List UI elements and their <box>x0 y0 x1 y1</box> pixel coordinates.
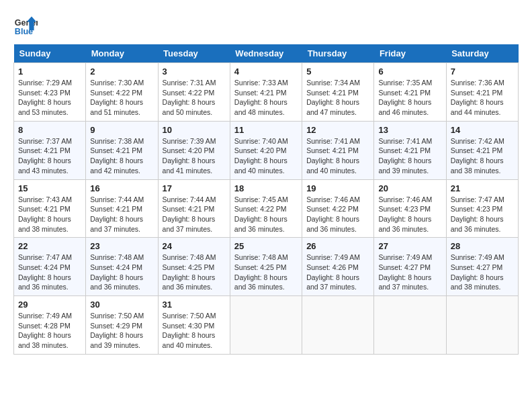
cell-info: Sunrise: 7:44 AM Sunset: 4:21 PM Dayligh… <box>90 195 153 234</box>
cell-info: Sunrise: 7:33 AM Sunset: 4:21 PM Dayligh… <box>234 78 298 118</box>
calendar-cell: 6 Sunrise: 7:35 AM Sunset: 4:21 PM Dayli… <box>374 63 446 122</box>
calendar-cell <box>230 296 302 355</box>
calendar-cell: 23 Sunrise: 7:48 AM Sunset: 4:24 PM Dayl… <box>86 238 158 296</box>
day-number: 19 <box>306 183 369 193</box>
calendar-cell: 9 Sunrise: 7:38 AM Sunset: 4:21 PM Dayli… <box>86 121 158 179</box>
calendar-cell: 21 Sunrise: 7:47 AM Sunset: 4:23 PM Dayl… <box>446 179 518 238</box>
day-number: 31 <box>163 300 226 310</box>
header-wednesday: Wednesday <box>230 44 302 63</box>
calendar-cell <box>446 296 518 355</box>
cell-info: Sunrise: 7:41 AM Sunset: 4:21 PM Dayligh… <box>306 136 369 176</box>
day-number: 20 <box>378 183 441 193</box>
cell-info: Sunrise: 7:42 AM Sunset: 4:21 PM Dayligh… <box>451 136 514 176</box>
cell-info: Sunrise: 7:48 AM Sunset: 4:25 PM Dayligh… <box>163 253 226 292</box>
day-number: 16 <box>90 183 153 193</box>
calendar-cell: 12 Sunrise: 7:41 AM Sunset: 4:21 PM Dayl… <box>302 121 374 179</box>
header-tuesday: Tuesday <box>158 44 230 63</box>
cell-info: Sunrise: 7:34 AM Sunset: 4:21 PM Dayligh… <box>306 78 369 118</box>
calendar-cell <box>302 296 374 355</box>
day-number: 10 <box>163 125 226 135</box>
day-number: 11 <box>234 125 298 135</box>
cell-info: Sunrise: 7:46 AM Sunset: 4:22 PM Dayligh… <box>306 195 369 234</box>
cell-info: Sunrise: 7:43 AM Sunset: 4:21 PM Dayligh… <box>18 195 81 234</box>
cell-info: Sunrise: 7:49 AM Sunset: 4:28 PM Dayligh… <box>18 311 81 351</box>
cell-info: Sunrise: 7:45 AM Sunset: 4:22 PM Dayligh… <box>234 195 298 234</box>
cell-info: Sunrise: 7:48 AM Sunset: 4:24 PM Dayligh… <box>90 253 153 292</box>
header-saturday: Saturday <box>446 44 518 63</box>
cell-info: Sunrise: 7:39 AM Sunset: 4:20 PM Dayligh… <box>163 136 226 176</box>
calendar-cell: 11 Sunrise: 7:40 AM Sunset: 4:20 PM Dayl… <box>230 121 302 179</box>
day-number: 5 <box>306 66 369 77</box>
header-sunday: Sunday <box>14 44 86 63</box>
calendar-cell: 26 Sunrise: 7:49 AM Sunset: 4:26 PM Dayl… <box>302 238 374 296</box>
cell-info: Sunrise: 7:29 AM Sunset: 4:23 PM Dayligh… <box>18 78 81 118</box>
day-number: 22 <box>18 241 81 251</box>
cell-info: Sunrise: 7:36 AM Sunset: 4:21 PM Dayligh… <box>451 78 514 118</box>
calendar-cell <box>374 296 446 355</box>
logo: General Blue <box>13 13 40 38</box>
day-number: 14 <box>451 125 514 135</box>
calendar-cell: 30 Sunrise: 7:50 AM Sunset: 4:29 PM Dayl… <box>86 296 158 355</box>
day-number: 28 <box>451 241 514 251</box>
logo-icon: General Blue <box>13 13 38 38</box>
cell-info: Sunrise: 7:49 AM Sunset: 4:26 PM Dayligh… <box>306 253 369 292</box>
calendar-week-3: 15 Sunrise: 7:43 AM Sunset: 4:21 PM Dayl… <box>14 179 519 238</box>
calendar-cell: 7 Sunrise: 7:36 AM Sunset: 4:21 PM Dayli… <box>446 63 518 122</box>
cell-info: Sunrise: 7:49 AM Sunset: 4:27 PM Dayligh… <box>378 253 441 292</box>
calendar-week-5: 29 Sunrise: 7:49 AM Sunset: 4:28 PM Dayl… <box>14 296 519 355</box>
calendar-week-4: 22 Sunrise: 7:47 AM Sunset: 4:24 PM Dayl… <box>14 238 519 296</box>
day-number: 30 <box>90 300 153 310</box>
calendar-cell: 31 Sunrise: 7:50 AM Sunset: 4:30 PM Dayl… <box>158 296 230 355</box>
header-monday: Monday <box>86 44 158 63</box>
cell-info: Sunrise: 7:41 AM Sunset: 4:21 PM Dayligh… <box>378 136 441 176</box>
calendar-cell: 24 Sunrise: 7:48 AM Sunset: 4:25 PM Dayl… <box>158 238 230 296</box>
calendar-cell: 19 Sunrise: 7:46 AM Sunset: 4:22 PM Dayl… <box>302 179 374 238</box>
cell-info: Sunrise: 7:48 AM Sunset: 4:25 PM Dayligh… <box>234 253 298 292</box>
day-number: 6 <box>378 66 441 77</box>
page-header: General Blue <box>13 13 519 38</box>
calendar-cell: 4 Sunrise: 7:33 AM Sunset: 4:21 PM Dayli… <box>230 63 302 122</box>
calendar-table: SundayMondayTuesdayWednesdayThursdayFrid… <box>13 44 519 355</box>
day-number: 9 <box>90 125 153 135</box>
calendar-cell: 25 Sunrise: 7:48 AM Sunset: 4:25 PM Dayl… <box>230 238 302 296</box>
day-number: 12 <box>306 125 369 135</box>
day-number: 21 <box>451 183 514 193</box>
cell-info: Sunrise: 7:40 AM Sunset: 4:20 PM Dayligh… <box>234 136 298 176</box>
day-number: 4 <box>234 66 298 77</box>
calendar-cell: 18 Sunrise: 7:45 AM Sunset: 4:22 PM Dayl… <box>230 179 302 238</box>
calendar-week-2: 8 Sunrise: 7:37 AM Sunset: 4:21 PM Dayli… <box>14 121 519 179</box>
day-number: 25 <box>234 241 298 251</box>
day-number: 7 <box>451 66 514 77</box>
calendar-cell: 15 Sunrise: 7:43 AM Sunset: 4:21 PM Dayl… <box>14 179 86 238</box>
header-friday: Friday <box>374 44 446 63</box>
cell-info: Sunrise: 7:49 AM Sunset: 4:27 PM Dayligh… <box>451 253 514 292</box>
cell-info: Sunrise: 7:30 AM Sunset: 4:22 PM Dayligh… <box>90 78 153 118</box>
day-number: 13 <box>378 125 441 135</box>
day-number: 26 <box>306 241 369 251</box>
day-number: 17 <box>163 183 226 193</box>
calendar-cell: 17 Sunrise: 7:44 AM Sunset: 4:21 PM Dayl… <box>158 179 230 238</box>
calendar-cell: 2 Sunrise: 7:30 AM Sunset: 4:22 PM Dayli… <box>86 63 158 122</box>
day-number: 1 <box>18 66 81 77</box>
day-number: 27 <box>378 241 441 251</box>
calendar-cell: 16 Sunrise: 7:44 AM Sunset: 4:21 PM Dayl… <box>86 179 158 238</box>
calendar-cell: 8 Sunrise: 7:37 AM Sunset: 4:21 PM Dayli… <box>14 121 86 179</box>
cell-info: Sunrise: 7:46 AM Sunset: 4:23 PM Dayligh… <box>378 195 441 234</box>
day-number: 2 <box>90 66 153 77</box>
day-number: 18 <box>234 183 298 193</box>
day-number: 29 <box>18 300 81 310</box>
cell-info: Sunrise: 7:31 AM Sunset: 4:22 PM Dayligh… <box>163 78 226 118</box>
cell-info: Sunrise: 7:38 AM Sunset: 4:21 PM Dayligh… <box>90 136 153 176</box>
calendar-cell: 13 Sunrise: 7:41 AM Sunset: 4:21 PM Dayl… <box>374 121 446 179</box>
cell-info: Sunrise: 7:47 AM Sunset: 4:24 PM Dayligh… <box>18 253 81 292</box>
day-number: 24 <box>163 241 226 251</box>
cell-info: Sunrise: 7:50 AM Sunset: 4:29 PM Dayligh… <box>90 311 153 351</box>
cell-info: Sunrise: 7:50 AM Sunset: 4:30 PM Dayligh… <box>163 311 226 351</box>
cell-info: Sunrise: 7:47 AM Sunset: 4:23 PM Dayligh… <box>451 195 514 234</box>
calendar-cell: 27 Sunrise: 7:49 AM Sunset: 4:27 PM Dayl… <box>374 238 446 296</box>
cell-info: Sunrise: 7:44 AM Sunset: 4:21 PM Dayligh… <box>163 195 226 234</box>
calendar-cell: 20 Sunrise: 7:46 AM Sunset: 4:23 PM Dayl… <box>374 179 446 238</box>
day-number: 15 <box>18 183 81 193</box>
cell-info: Sunrise: 7:35 AM Sunset: 4:21 PM Dayligh… <box>378 78 441 118</box>
cell-info: Sunrise: 7:37 AM Sunset: 4:21 PM Dayligh… <box>18 136 81 176</box>
